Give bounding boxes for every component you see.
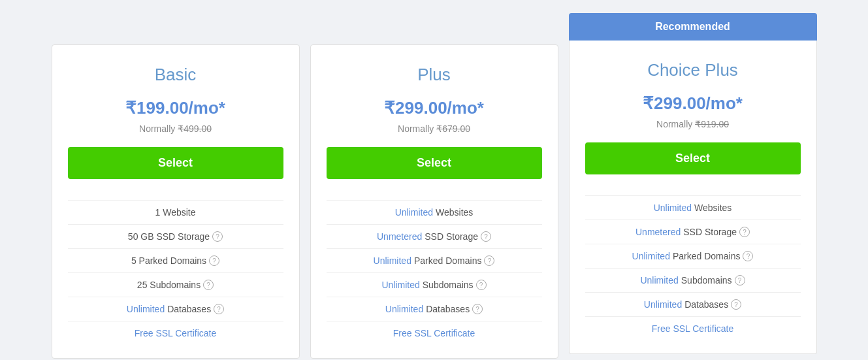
feature-item: Unlimited Databases?	[68, 297, 283, 321]
feature-item: Free SSL Certificate	[327, 321, 542, 345]
feature-highlight: Unlimited	[127, 304, 165, 314]
feature-list-choice-plus: Unlimited WebsitesUnmetered SSD Storage?…	[585, 195, 801, 340]
feature-highlight: Unlimited	[644, 299, 682, 310]
feature-item: Unlimited Websites	[585, 195, 801, 220]
feature-item: Unlimited Subdomains?	[327, 272, 542, 297]
feature-item: 50 GB SSD Storage?	[68, 224, 283, 248]
feature-item: Unlimited Parked Domains?	[327, 248, 542, 272]
help-icon[interactable]: ?	[481, 231, 491, 242]
feature-item: Unlimited Databases?	[585, 292, 801, 316]
feature-highlight: Unlimited	[374, 255, 411, 266]
feature-item: Unmetered SSD Storage?	[327, 224, 542, 248]
plans-container: Basic₹199.00/mo*Normally ₹499.00Select1 …	[42, 13, 826, 359]
help-icon[interactable]: ?	[472, 304, 483, 314]
plan-card-plus: Plus₹299.00/mo*Normally ₹679.00SelectUnl…	[310, 44, 558, 359]
help-icon[interactable]: ?	[214, 304, 224, 314]
recommended-banner: Recommended	[569, 13, 817, 41]
feature-item: 5 Parked Domains?	[68, 248, 283, 272]
feature-item: 1 Website	[68, 200, 283, 224]
plan-basic: Basic₹199.00/mo*Normally ₹499.00Select1 …	[52, 13, 300, 359]
ssl-certificate-link[interactable]: Free SSL Certificate	[393, 328, 475, 338]
feature-highlight: Unmetered	[377, 231, 422, 242]
help-icon[interactable]: ?	[203, 280, 214, 290]
select-button-plus[interactable]: Select	[327, 147, 542, 179]
feature-highlight: Unlimited	[632, 251, 670, 261]
plan-card-basic: Basic₹199.00/mo*Normally ₹499.00Select1 …	[52, 44, 300, 359]
plan-price: ₹299.00/mo*	[585, 93, 801, 114]
plan-normal-price: Normally ₹679.00	[327, 123, 542, 134]
feature-item: 25 Subdomains?	[68, 272, 283, 297]
feature-item: Free SSL Certificate	[68, 321, 283, 345]
feature-list-basic: 1 Website50 GB SSD Storage?5 Parked Doma…	[68, 200, 283, 345]
help-icon[interactable]: ?	[484, 255, 494, 266]
help-icon[interactable]: ?	[209, 255, 219, 266]
feature-item: Unlimited Parked Domains?	[585, 244, 801, 268]
select-button-choice-plus[interactable]: Select	[585, 142, 801, 174]
help-icon[interactable]: ?	[735, 275, 745, 286]
feature-highlight: Unlimited	[381, 280, 419, 290]
plan-plus: Plus₹299.00/mo*Normally ₹679.00SelectUnl…	[310, 13, 558, 359]
feature-highlight: Unmetered	[635, 227, 681, 237]
feature-item: Unlimited Websites	[327, 200, 542, 224]
plan-normal-price: Normally ₹919.00	[585, 119, 801, 129]
feature-highlight: Unlimited	[385, 304, 423, 314]
feature-item: Free SSL Certificate	[585, 316, 801, 340]
plan-price: ₹199.00/mo*	[68, 98, 283, 118]
feature-item: Unlimited Databases?	[327, 297, 542, 321]
help-icon[interactable]: ?	[743, 251, 753, 261]
plan-normal-price: Normally ₹499.00	[68, 123, 283, 134]
feature-highlight: Unlimited	[654, 203, 692, 213]
help-icon[interactable]: ?	[731, 299, 741, 310]
plan-choice-plus: RecommendedChoice Plus₹299.00/mo*Normall…	[569, 13, 817, 354]
feature-item: Unmetered SSD Storage?	[585, 220, 801, 244]
ssl-certificate-link[interactable]: Free SSL Certificate	[652, 323, 734, 334]
help-icon[interactable]: ?	[739, 227, 750, 237]
feature-highlight: Unlimited	[395, 207, 433, 218]
help-icon[interactable]: ?	[212, 231, 223, 242]
plan-name: Plus	[327, 65, 542, 85]
feature-list-plus: Unlimited WebsitesUnmetered SSD Storage?…	[327, 200, 542, 345]
feature-highlight: Unlimited	[640, 275, 678, 286]
plan-name: Basic	[68, 65, 283, 85]
plan-name: Choice Plus	[585, 60, 801, 80]
plan-price: ₹299.00/mo*	[327, 98, 542, 118]
select-button-basic[interactable]: Select	[68, 147, 283, 179]
plan-card-choice-plus: Choice Plus₹299.00/mo*Normally ₹919.00Se…	[569, 41, 817, 354]
feature-item: Unlimited Subdomains?	[585, 268, 801, 292]
ssl-certificate-link[interactable]: Free SSL Certificate	[135, 328, 217, 338]
help-icon[interactable]: ?	[476, 280, 487, 290]
